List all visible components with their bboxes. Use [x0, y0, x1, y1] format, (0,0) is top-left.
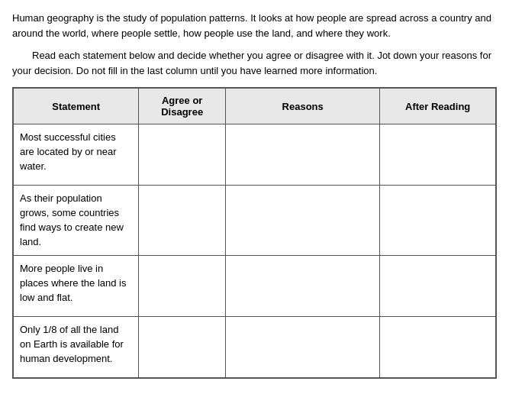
- row-3-reasons[interactable]: [226, 317, 380, 378]
- row-1-statement: As their population grows, some countrie…: [14, 186, 139, 256]
- header-after-reading: After Reading: [380, 89, 496, 124]
- row-3-agree-disagree[interactable]: [139, 317, 226, 378]
- row-1-agree-disagree[interactable]: [139, 186, 226, 256]
- row-2-reasons[interactable]: [226, 256, 380, 317]
- header-agree-disagree: Agree or Disagree: [139, 89, 226, 124]
- table-header-row: Statement Agree or Disagree Reasons Afte…: [14, 89, 496, 124]
- row-2-agree-disagree[interactable]: [139, 256, 226, 317]
- table-row: Only 1/8 of all the land on Earth is ava…: [14, 317, 496, 378]
- row-2-after-reading[interactable]: [380, 256, 496, 317]
- intro-paragraph2: Read each statement below and decide whe…: [12, 48, 497, 78]
- table-row: As their population grows, some countrie…: [14, 186, 496, 256]
- header-statement: Statement: [14, 89, 139, 124]
- row-3-after-reading[interactable]: [380, 317, 496, 378]
- table-row: More people live in places where the lan…: [14, 256, 496, 317]
- intro-paragraph1: Human geography is the study of populati…: [12, 11, 497, 40]
- row-1-after-reading[interactable]: [380, 186, 496, 256]
- header-reasons: Reasons: [226, 89, 380, 124]
- row-2-statement: More people live in places where the lan…: [14, 256, 139, 317]
- row-1-reasons[interactable]: [226, 186, 380, 256]
- row-0-after-reading[interactable]: [380, 124, 496, 186]
- row-0-reasons[interactable]: [226, 124, 380, 186]
- row-0-agree-disagree[interactable]: [139, 124, 226, 186]
- row-0-statement: Most successful cities are located by or…: [14, 124, 139, 186]
- table-row: Most successful cities are located by or…: [14, 124, 496, 186]
- main-table: Statement Agree or Disagree Reasons Afte…: [12, 87, 497, 379]
- row-3-statement: Only 1/8 of all the land on Earth is ava…: [14, 317, 139, 378]
